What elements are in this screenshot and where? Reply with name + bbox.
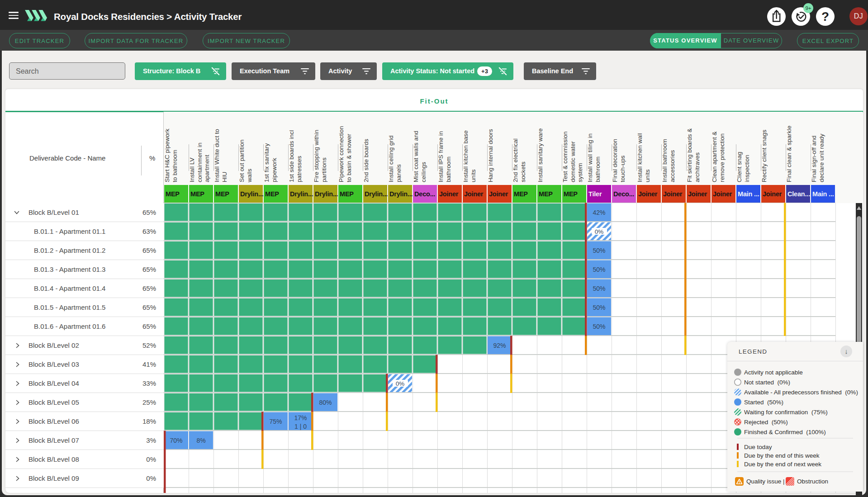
svg-text:MEP: MEP [564, 190, 578, 198]
svg-text:Hang internal doors: Hang internal doors [487, 129, 494, 182]
svg-text:Drylin...: Drylin... [315, 190, 338, 198]
svg-text:Drylin...: Drylin... [240, 190, 264, 198]
svg-text:Finished & Confirmed (100%): Finished & Confirmed (100%) [744, 429, 826, 435]
svg-text:Due today: Due today [744, 444, 772, 450]
svg-text:Due by the end of this week: Due by the end of this week [744, 452, 820, 459]
svg-text:Joiner: Joiner [638, 190, 658, 198]
svg-text:Joiner: Joiner [663, 190, 683, 198]
svg-text:Waiting for confirmation (75%: Waiting for confirmation (75%) [744, 409, 828, 416]
svg-text:Activity not applicable: Activity not applicable [744, 369, 803, 376]
svg-text:Pipework connectionto basin &: Pipework connectionto basin & shower [338, 126, 352, 182]
svg-text:Joiner: Joiner [688, 190, 707, 198]
svg-text:Joiner: Joiner [489, 190, 508, 198]
svg-text:Main ...: Main ... [812, 190, 834, 198]
svg-text:Install sanitary ware: Install sanitary ware [537, 128, 544, 182]
svg-text:0%: 0% [396, 380, 405, 387]
svg-text:50%: 50% [593, 304, 605, 311]
svg-text:Tiler: Tiler [588, 190, 602, 198]
svg-text:80%: 80% [319, 399, 332, 406]
svg-text:0%: 0% [595, 228, 604, 235]
svg-text:50%: 50% [593, 323, 605, 330]
svg-text:Drylin...: Drylin... [365, 190, 388, 198]
svg-text:Not started (0%): Not started (0%) [744, 379, 790, 386]
svg-text:50%: 50% [593, 247, 605, 254]
svg-text:Rectify client snags: Rectify client snags [761, 129, 768, 182]
svg-text:Client snaginspection: Client snaginspection [736, 151, 750, 182]
svg-text:MEP: MEP [340, 190, 354, 198]
svg-text:Started (50%): Started (50%) [744, 399, 783, 406]
svg-text:92%: 92% [493, 342, 506, 349]
svg-text:Quality issue |: Quality issue | [746, 478, 785, 485]
svg-text:50%: 50% [593, 266, 605, 273]
svg-text:Drylin...: Drylin... [389, 190, 413, 198]
svg-text:MEP: MEP [539, 190, 553, 198]
svg-text:MEP: MEP [265, 190, 279, 198]
svg-text:17%: 17% [294, 414, 307, 421]
svg-text:Final clean & sparkle: Final clean & sparkle [786, 126, 792, 182]
svg-text:MEP: MEP [166, 190, 180, 198]
svg-text:Joiner: Joiner [439, 190, 459, 198]
svg-text:Rejected (50%): Rejected (50%) [744, 419, 788, 426]
svg-text:Clean...: Clean... [787, 190, 810, 198]
svg-text:MEP: MEP [215, 190, 229, 198]
svg-text:8%: 8% [196, 437, 205, 444]
svg-text:Final sign-off anddeclare unit: Final sign-off anddeclare unit ready [811, 133, 825, 182]
svg-text:Joiner: Joiner [763, 190, 782, 198]
svg-text:Main ...: Main ... [738, 190, 759, 198]
svg-text:Obstruction: Obstruction [797, 478, 828, 485]
svg-text:1 | 0: 1 | 0 [294, 423, 307, 430]
svg-text:2nd side boards: 2nd side boards [363, 139, 370, 182]
svg-text:Deco...: Deco... [414, 190, 435, 198]
svg-text:Due by the end of next week: Due by the end of next week [744, 461, 821, 468]
svg-text:Available - All predecessors f: Available - All predecessors finished (0… [744, 389, 858, 396]
svg-text:50%: 50% [593, 285, 605, 292]
svg-text:Deco...: Deco... [613, 190, 634, 198]
svg-text:75%: 75% [269, 418, 282, 425]
svg-text:42%: 42% [593, 209, 605, 216]
svg-text:MEP: MEP [190, 190, 204, 198]
svg-text:Joiner: Joiner [713, 190, 732, 198]
svg-text:MEP: MEP [514, 190, 528, 198]
svg-text:Joiner: Joiner [464, 190, 484, 198]
svg-text:Clean apartment &remove protec: Clean apartment &remove protection [711, 131, 726, 182]
svg-text:Drylin...: Drylin... [290, 190, 313, 198]
svg-text:70%: 70% [170, 437, 182, 444]
